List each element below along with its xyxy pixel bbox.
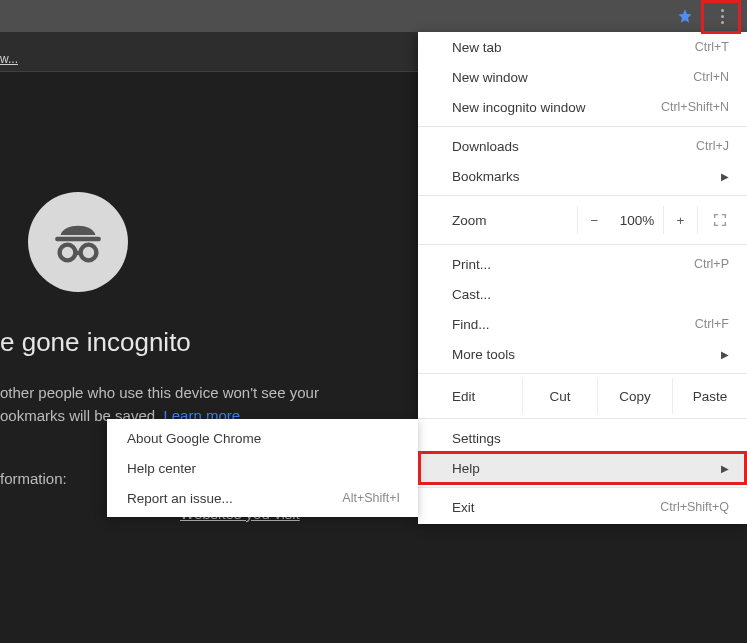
menu-item-label: Help center <box>127 461 400 476</box>
menu-item-label: Exit <box>452 500 660 515</box>
menu-exit[interactable]: Exit Ctrl+Shift+Q <box>418 492 747 522</box>
edit-cut-button[interactable]: Cut <box>522 378 597 414</box>
menu-separator <box>418 487 747 488</box>
menu-edit-row: Edit Cut Copy Paste <box>418 378 747 414</box>
svg-rect-0 <box>55 237 101 241</box>
submenu-arrow-icon: ▶ <box>721 171 729 182</box>
menu-item-label: Cast... <box>452 287 729 302</box>
submenu-about-chrome[interactable]: About Google Chrome <box>107 423 418 453</box>
menu-shortcut: Ctrl+N <box>693 70 729 84</box>
menu-item-label: New tab <box>452 40 695 55</box>
menu-item-label: Find... <box>452 317 695 332</box>
svg-rect-3 <box>75 251 82 255</box>
menu-shortcut: Ctrl+F <box>695 317 729 331</box>
menu-new-incognito[interactable]: New incognito window Ctrl+Shift+N <box>418 92 747 122</box>
menu-item-label: Settings <box>452 431 729 446</box>
zoom-in-button[interactable]: + <box>663 206 697 234</box>
zoom-out-button[interactable]: − <box>577 206 611 234</box>
submenu-help-center[interactable]: Help center <box>107 453 418 483</box>
edit-copy-button[interactable]: Copy <box>597 378 672 414</box>
menu-new-window[interactable]: New window Ctrl+N <box>418 62 747 92</box>
menu-shortcut: Ctrl+J <box>696 139 729 153</box>
bookmark-crumb[interactable]: w... <box>0 52 18 66</box>
menu-new-tab[interactable]: New tab Ctrl+T <box>418 32 747 62</box>
submenu-arrow-icon: ▶ <box>721 349 729 360</box>
menu-item-label: More tools <box>452 347 721 362</box>
incognito-heading: e gone incognito <box>0 327 191 358</box>
menu-separator <box>418 373 747 374</box>
chrome-main-menu: New tab Ctrl+T New window Ctrl+N New inc… <box>418 32 747 524</box>
menu-item-label: New incognito window <box>452 100 661 115</box>
browser-top-bar <box>0 0 747 32</box>
menu-shortcut: Ctrl+T <box>695 40 729 54</box>
menu-find[interactable]: Find... Ctrl+F <box>418 309 747 339</box>
fullscreen-button[interactable] <box>697 206 741 234</box>
menu-help[interactable]: Help ▶ <box>418 453 747 483</box>
menu-settings[interactable]: Settings <box>418 423 747 453</box>
menu-item-label: Report an issue... <box>127 491 342 506</box>
menu-more-tools[interactable]: More tools ▶ <box>418 339 747 369</box>
menu-separator <box>418 418 747 419</box>
menu-bookmarks[interactable]: Bookmarks ▶ <box>418 161 747 191</box>
menu-item-label: Help <box>452 461 721 476</box>
menu-shortcut: Alt+Shift+I <box>342 491 400 505</box>
zoom-label: Zoom <box>452 213 577 228</box>
menu-separator <box>418 195 747 196</box>
svg-point-2 <box>81 245 97 261</box>
menu-downloads[interactable]: Downloads Ctrl+J <box>418 131 747 161</box>
menu-item-label: About Google Chrome <box>127 431 400 446</box>
zoom-value: 100% <box>611 213 663 228</box>
bookmark-star-icon[interactable] <box>677 8 693 24</box>
menu-item-label: Print... <box>452 257 694 272</box>
help-submenu: About Google Chrome Help center Report a… <box>107 419 418 517</box>
menu-item-label: Bookmarks <box>452 169 721 184</box>
incognito-desc-line1: other people who use this device won't s… <box>0 384 319 401</box>
edit-label: Edit <box>452 389 522 404</box>
menu-shortcut: Ctrl+Shift+N <box>661 100 729 114</box>
chrome-menu-button[interactable] <box>705 0 739 32</box>
svg-point-1 <box>60 245 76 261</box>
menu-separator <box>418 244 747 245</box>
menu-separator <box>418 126 747 127</box>
submenu-report-issue[interactable]: Report an issue... Alt+Shift+I <box>107 483 418 513</box>
submenu-arrow-icon: ▶ <box>721 463 729 474</box>
menu-item-label: New window <box>452 70 693 85</box>
info-label: formation: <box>0 470 67 487</box>
menu-zoom-row: Zoom − 100% + <box>418 200 747 240</box>
menu-print[interactable]: Print... Ctrl+P <box>418 249 747 279</box>
edit-paste-button[interactable]: Paste <box>672 378 747 414</box>
menu-item-label: Downloads <box>452 139 696 154</box>
menu-shortcut: Ctrl+P <box>694 257 729 271</box>
menu-shortcut: Ctrl+Shift+Q <box>660 500 729 514</box>
menu-cast[interactable]: Cast... <box>418 279 747 309</box>
incognito-icon <box>28 192 128 292</box>
